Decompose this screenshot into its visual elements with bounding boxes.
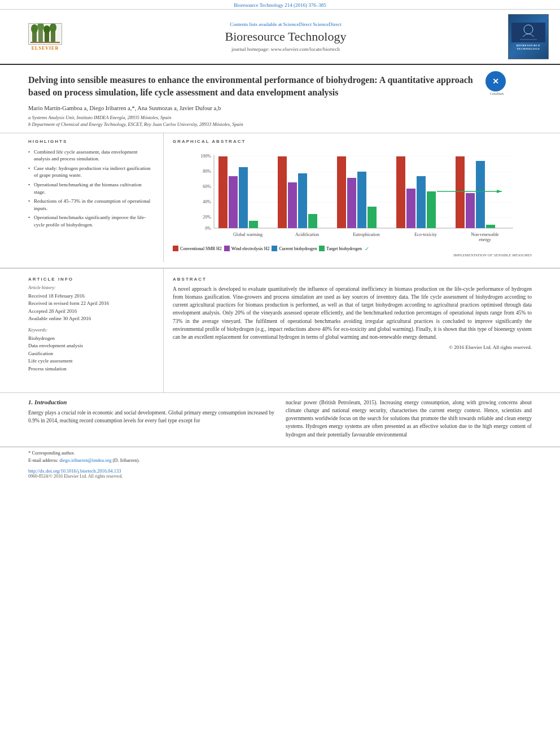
svg-point-7 (50, 24, 56, 32)
highlights-label: HIGHLIGHTS (28, 139, 154, 144)
highlight-item: Operational benchmarks significantly imp… (28, 213, 154, 229)
svg-rect-30 (278, 156, 287, 228)
email-link[interactable]: diego.iribarren@imdea.org (59, 457, 111, 463)
abstract-col: ABSTRACT A novel approach is developed t… (164, 269, 532, 392)
keyword-gasification: Gasification (28, 350, 154, 358)
chart-legend: Conventional SMR H2 Wind electrolysis H2… (173, 246, 532, 252)
legend-color-smr (173, 246, 178, 251)
paper-title: Delving into sensible measures to enhanc… (28, 74, 480, 99)
keyword-process-sim: Process simulation (28, 365, 154, 373)
journal-cover-image: BIORESOURCE TECHNOLOGY (492, 14, 549, 59)
svg-point-5 (37, 24, 44, 30)
svg-rect-41 (406, 189, 415, 228)
legend-color-current (272, 246, 277, 251)
highlight-item: Reductions of 45–73% in the consumption … (28, 196, 154, 213)
publisher-logo: ELSEVIER (11, 23, 79, 51)
svg-rect-46 (466, 193, 475, 228)
svg-text:Eco-toxicity: Eco-toxicity (414, 232, 437, 237)
keywords-section: Keywords: Biohydrogen Data envelopment a… (28, 327, 154, 373)
received-date: Received 18 February 2016 (28, 292, 154, 300)
legend-target: Target biohydrogen ✓ (319, 246, 369, 252)
svg-text:Acidification: Acidification (295, 232, 319, 237)
arrow-label: IMPLEMENTATION OF SENSIBLE MEASURES (173, 253, 532, 257)
article-history-title: Article history: (28, 285, 154, 290)
svg-rect-43 (427, 191, 436, 228)
crossmark-logo[interactable]: ✕ CrossMark (485, 71, 508, 94)
corresponding-author-note: * Corresponding author. (28, 449, 532, 457)
highlights-graphical-section: HIGHLIGHTS Combined life cycle assessmen… (0, 133, 560, 269)
journal-header: ELSEVIER Contents lists available at Sci… (0, 10, 560, 65)
svg-point-4 (31, 24, 38, 33)
svg-rect-42 (417, 176, 426, 228)
svg-rect-37 (357, 172, 366, 228)
sciencedirect-link[interactable]: Contents lists available at ScienceDirec… (79, 21, 492, 27)
cover-thumbnail: BIORESOURCE TECHNOLOGY (508, 14, 549, 59)
intro-text-left: Energy plays a crucial role in economic … (28, 409, 274, 425)
bar-chart: 100% 80% 60% 40% 20% 0% (173, 147, 532, 262)
article-info-col: ARTICLE INFO Article history: Received 1… (28, 269, 164, 392)
svg-rect-38 (368, 207, 377, 228)
svg-rect-35 (337, 156, 346, 228)
received-revised-date: Received in revised form 22 April 2016 (28, 300, 154, 308)
intro-text-right: nuclear power (British Petroleum, 2015).… (286, 399, 532, 439)
svg-rect-25 (218, 156, 228, 228)
doi-link[interactable]: http://dx.doi.org/10.1016/j.biortech.201… (28, 468, 532, 474)
legend-wind: Wind electrolysis H2 (224, 246, 270, 252)
highlight-item: Operational benchmarking at the biomass … (28, 180, 154, 196)
svg-rect-33 (308, 214, 317, 228)
svg-text:100%: 100% (200, 154, 211, 159)
svg-rect-40 (396, 156, 405, 228)
graphical-abstract-col: GRAPHICAL ABSTRACT 100% 80% 60% 40% 20% … (164, 133, 532, 262)
available-online-date: Available online 30 April 2016 (28, 315, 154, 323)
keyword-lca: Life cycle assessment (28, 357, 154, 365)
intro-heading: 1. Introduction (28, 399, 274, 405)
footnote-section: * Corresponding author. E-mail address: … (0, 447, 560, 466)
paper-title-section: Delving into sensible measures to enhanc… (0, 65, 560, 133)
svg-rect-48 (486, 225, 495, 228)
highlight-item: Combined life cycle assessment, data env… (28, 147, 154, 164)
svg-text:Non-renewable: Non-renewable (471, 232, 499, 237)
svg-rect-28 (249, 221, 258, 228)
svg-rect-47 (476, 161, 485, 228)
journal-homepage: journal homepage: www.elsevier.com/locat… (79, 46, 492, 52)
accepted-date: Accepted 28 April 2016 (28, 308, 154, 316)
svg-text:40%: 40% (203, 199, 211, 204)
graphical-abstract-label: GRAPHICAL ABSTRACT (173, 139, 532, 144)
svg-rect-36 (347, 178, 356, 228)
svg-text:Global warming: Global warming (233, 232, 262, 237)
copyright-notice: © 2016 Elsevier Ltd. All rights reserved… (173, 344, 532, 350)
email-footnote: E-mail address: diego.iribarren@imdea.or… (28, 457, 532, 464)
svg-rect-45 (456, 156, 465, 228)
keyword-biohydrogen: Biohydrogen (28, 335, 154, 343)
affiliation-b: b Department of Chemical and Energy Tech… (28, 121, 532, 128)
chart-svg: 100% 80% 60% 40% 20% 0% (173, 152, 532, 242)
elsevier-tree-image (28, 23, 62, 45)
svg-text:80%: 80% (203, 169, 211, 174)
elsevier-brand: ELSEVIER (32, 46, 59, 51)
journal-citation: Bioresource Technology 214 (2016) 376–38… (0, 0, 560, 10)
svg-rect-27 (239, 167, 248, 228)
svg-text:20%: 20% (203, 215, 211, 220)
svg-point-6 (43, 25, 50, 33)
legend-color-wind (224, 246, 230, 251)
svg-rect-31 (288, 182, 297, 228)
highlights-col: HIGHLIGHTS Combined life cycle assessmen… (28, 133, 164, 262)
legend-color-target (319, 246, 325, 251)
journal-info-center: Contents lists available at ScienceDirec… (79, 21, 492, 52)
svg-rect-26 (229, 176, 238, 228)
highlight-item: Case study: hydrogen production via indi… (28, 164, 154, 180)
svg-text:Eutrophication: Eutrophication (353, 232, 380, 237)
keyword-dea: Data envelopment analysis (28, 342, 154, 350)
keywords-title: Keywords: (28, 327, 154, 333)
abstract-text: A novel approach is developed to evaluat… (173, 285, 532, 342)
doi-section: http://dx.doi.org/10.1016/j.biortech.201… (0, 466, 560, 480)
intro-right: nuclear power (British Petroleum, 2015).… (286, 399, 532, 439)
svg-text:0%: 0% (205, 226, 211, 231)
authors-line: Mario Martín-Gamboa a, Diego Iribarren a… (28, 105, 532, 111)
article-info-abstract-section: ARTICLE INFO Article history: Received 1… (0, 269, 560, 393)
cover-title-text: BIORESOURCE TECHNOLOGY (517, 44, 540, 51)
article-info-label: ARTICLE INFO (28, 277, 154, 282)
legend-smr: Conventional SMR H2 (173, 246, 222, 252)
intro-left: 1. Introduction Energy plays a crucial r… (28, 399, 274, 439)
legend-current: Current biohydrogen (272, 246, 317, 252)
